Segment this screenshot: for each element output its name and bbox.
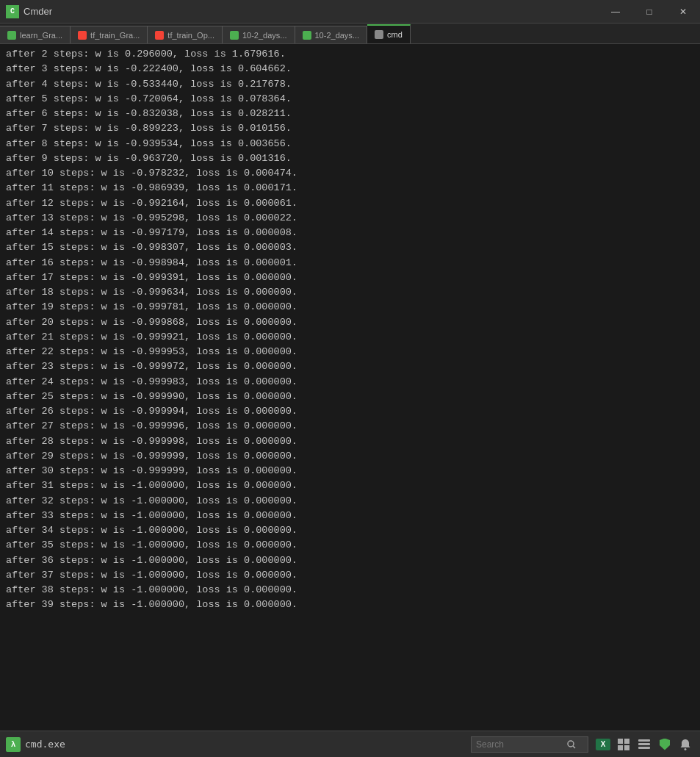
status-right-icons: X	[594, 736, 694, 753]
tab-label-3: tf_train_Op...	[167, 31, 214, 40]
terminal-line: after 2 steps: w is 0.296000, loss is 1.…	[6, 47, 694, 62]
maximize-button[interactable]: □	[632, 0, 666, 24]
menu-icon-button[interactable]	[635, 736, 653, 753]
search-button[interactable]	[564, 737, 579, 752]
terminal-line: after 27 steps: w is -0.999996, loss is …	[6, 419, 694, 434]
tab-label-2: tf_train_Gra...	[90, 31, 140, 40]
terminal-line: after 14 steps: w is -0.997179, loss is …	[6, 226, 694, 240]
tab-icon-4	[230, 31, 239, 40]
status-lambda-icon: λ	[6, 737, 21, 752]
terminal-line: after 28 steps: w is -0.999998, loss is …	[6, 434, 694, 449]
window-controls: — □ ✕	[599, 0, 700, 24]
terminal-line: after 37 steps: w is -1.000000, loss is …	[6, 568, 694, 583]
excel-icon-button[interactable]: X	[594, 736, 612, 753]
tab-icon-3	[155, 31, 164, 40]
terminal-line: after 26 steps: w is -0.999994, loss is …	[6, 404, 694, 419]
terminal-line: after 5 steps: w is -0.720064, loss is 0…	[6, 92, 694, 107]
svg-point-0	[568, 741, 574, 747]
grid-icon-button[interactable]	[615, 736, 632, 753]
terminal-line: after 13 steps: w is -0.995298, loss is …	[6, 211, 694, 226]
terminal-output: after 2 steps: w is 0.296000, loss is 1.…	[0, 44, 700, 731]
terminal-line: after 35 steps: w is -1.000000, loss is …	[6, 538, 694, 553]
terminal-line: after 23 steps: w is -0.999972, loss is …	[6, 359, 694, 374]
tab-5[interactable]: 10-2_days...	[295, 26, 368, 43]
notification-icon-button[interactable]	[676, 736, 694, 753]
terminal-line: after 36 steps: w is -1.000000, loss is …	[6, 553, 694, 568]
terminal-line: after 24 steps: w is -0.999983, loss is …	[6, 375, 694, 390]
grid-icon	[618, 739, 629, 750]
terminal-line: after 21 steps: w is -0.999921, loss is …	[6, 330, 694, 345]
app-icon: C	[6, 5, 19, 18]
title-bar: C Cmder — □ ✕	[0, 0, 700, 24]
terminal-line: after 20 steps: w is -0.999868, loss is …	[6, 315, 694, 330]
window-title: Cmder	[24, 6, 52, 17]
tab-1[interactable]: learn_Gra...	[0, 26, 71, 43]
shield-icon-button[interactable]	[656, 736, 674, 753]
status-process-name: cmd.exe	[25, 739, 65, 750]
terminal-line: after 6 steps: w is -0.832038, loss is 0…	[6, 107, 694, 121]
tab-2[interactable]: tf_train_Gra...	[71, 26, 148, 43]
tab-6[interactable]: cmd	[367, 24, 411, 43]
terminal-line: after 18 steps: w is -0.999634, loss is …	[6, 285, 694, 300]
terminal-line: after 12 steps: w is -0.992164, loss is …	[6, 196, 694, 211]
terminal-line: after 15 steps: w is -0.998307, loss is …	[6, 240, 694, 255]
terminal-line: after 33 steps: w is -1.000000, loss is …	[6, 509, 694, 523]
tab-3[interactable]: tf_train_Op...	[148, 26, 223, 43]
status-bar: λ cmd.exe X	[0, 731, 700, 757]
terminal-line: after 25 steps: w is -0.999990, loss is …	[6, 390, 694, 404]
tab-icon-6	[375, 30, 383, 39]
terminal-line: after 29 steps: w is -0.999999, loss is …	[6, 449, 694, 464]
minimize-button[interactable]: —	[599, 0, 632, 24]
shield-icon	[660, 739, 670, 750]
search-box[interactable]	[471, 736, 588, 753]
search-input[interactable]	[476, 739, 564, 750]
tab-bar: learn_Gra... tf_train_Gra... tf_train_Op…	[0, 24, 700, 44]
terminal-line: after 19 steps: w is -0.999781, loss is …	[6, 300, 694, 315]
terminal-line: after 38 steps: w is -1.000000, loss is …	[6, 583, 694, 598]
terminal-line: after 34 steps: w is -1.000000, loss is …	[6, 523, 694, 538]
tab-label-1: learn_Gra...	[20, 31, 62, 40]
close-button[interactable]: ✕	[666, 0, 700, 24]
tab-label-6: cmd	[387, 30, 403, 39]
terminal-line: after 31 steps: w is -1.000000, loss is …	[6, 478, 694, 493]
menu-icon	[638, 739, 650, 749]
tab-4[interactable]: 10-2_days...	[223, 26, 295, 43]
tab-icon-1	[7, 31, 16, 40]
terminal-line: after 10 steps: w is -0.978232, loss is …	[6, 166, 694, 181]
svg-line-1	[573, 746, 575, 748]
terminal-line: after 17 steps: w is -0.999391, loss is …	[6, 270, 694, 285]
terminal-line: after 3 steps: w is -0.222400, loss is 0…	[6, 62, 694, 76]
terminal-line: after 32 steps: w is -1.000000, loss is …	[6, 494, 694, 509]
terminal-line: after 16 steps: w is -0.998984, loss is …	[6, 256, 694, 270]
terminal-line: after 11 steps: w is -0.986939, loss is …	[6, 181, 694, 195]
tab-icon-2	[78, 31, 87, 40]
svg-point-2	[685, 748, 687, 750]
terminal-line: after 9 steps: w is -0.963720, loss is 0…	[6, 151, 694, 166]
tab-label-4: 10-2_days...	[242, 31, 287, 40]
terminal-line: after 8 steps: w is -0.939534, loss is 0…	[6, 137, 694, 151]
terminal-line: after 30 steps: w is -0.999999, loss is …	[6, 464, 694, 478]
terminal-line: after 39 steps: w is -1.000000, loss is …	[6, 598, 694, 612]
terminal-line: after 4 steps: w is -0.533440, loss is 0…	[6, 77, 694, 92]
tab-icon-5	[303, 31, 311, 40]
terminal-line: after 7 steps: w is -0.899223, loss is 0…	[6, 121, 694, 136]
tab-label-5: 10-2_days...	[315, 31, 360, 40]
terminal-line: after 22 steps: w is -0.999953, loss is …	[6, 345, 694, 359]
